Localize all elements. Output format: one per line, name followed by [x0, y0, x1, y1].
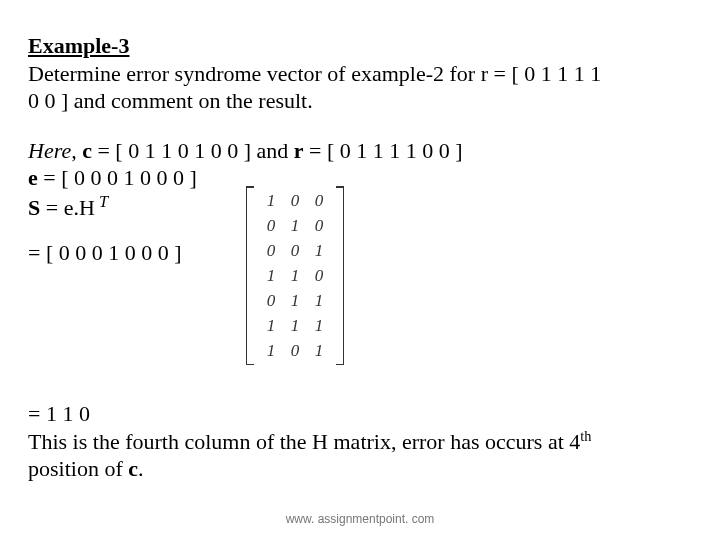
matrix-cell: 0: [259, 238, 283, 263]
matrix-cell: 1: [307, 313, 331, 338]
conclusion-text-2a: position of: [28, 456, 128, 481]
matrix-cell: 0: [307, 188, 331, 213]
matrix-cell: 1: [283, 213, 307, 238]
S-eq: = e.H: [40, 195, 95, 220]
c-value: = [ 0 1 1 0 1 0 0 ]: [92, 138, 251, 163]
e-times-Ht-row: = [ 0 0 0 1 0 0 0 ]: [28, 239, 692, 267]
conclusion-line-1: This is the fourth column of the H matri…: [28, 428, 591, 456]
matrix-cell: 1: [307, 238, 331, 263]
matrix-right-bracket: [335, 186, 344, 365]
conclusion-c: c: [128, 456, 138, 481]
matrix-cell: 1: [259, 313, 283, 338]
S-superscript: T: [95, 192, 108, 211]
here-prefix: Here,: [28, 138, 82, 163]
e-label: e: [28, 165, 38, 190]
e-value: = [ 0 0 0 1 0 0 0 ]: [38, 165, 197, 190]
matrix-cell: 1: [307, 338, 331, 363]
matrix-cell: 0: [259, 213, 283, 238]
conclusion-period: .: [138, 456, 144, 481]
matrix-cell: 0: [259, 288, 283, 313]
matrix-cell: 1: [307, 288, 331, 313]
matrix-cell: 1: [259, 263, 283, 288]
matrix-cell: 1: [283, 313, 307, 338]
conclusion-text-1: This is the fourth column of the H matri…: [28, 429, 580, 454]
matrix-cell: 0: [283, 338, 307, 363]
matrix-cell: 1: [283, 288, 307, 313]
matrix-cell: 0: [307, 263, 331, 288]
footer-url: www. assignmentpoint. com: [0, 512, 720, 526]
r-label: r: [294, 138, 304, 163]
matrix-cell: 1: [259, 188, 283, 213]
conclusion-line-2: position of c.: [28, 455, 591, 483]
result-line: = 1 1 0: [28, 400, 591, 428]
example-title: Example-3: [28, 32, 692, 60]
ordinal-suffix: th: [580, 428, 591, 444]
slide: Example-3 Determine error syndrome vecto…: [0, 0, 720, 540]
prompt-line-1: Determine error syndrome vector of examp…: [28, 60, 692, 88]
c-label: c: [82, 138, 92, 163]
matrix-cell: 0: [283, 188, 307, 213]
matrix-cell: 0: [283, 238, 307, 263]
S-label: S: [28, 195, 40, 220]
here-line: Here, c = [ 0 1 1 0 1 0 0 ] and r = [ 0 …: [28, 137, 692, 165]
s-line: S = e.H T: [28, 192, 692, 222]
r-value: = [ 0 1 1 1 1 0 0 ]: [304, 138, 463, 163]
H-transpose-matrix: 100010001110011111101: [246, 186, 344, 365]
matrix-cell: 0: [307, 213, 331, 238]
matrix-cell: 1: [283, 263, 307, 288]
matrix-left-bracket: [246, 186, 255, 365]
matrix-cell: 1: [259, 338, 283, 363]
conclusion-block: = 1 1 0 This is the fourth column of the…: [28, 400, 591, 483]
e-row-values: = [ 0 0 0 1 0 0 0 ]: [28, 239, 182, 267]
prompt-line-2: 0 0 ] and comment on the result.: [28, 87, 692, 115]
and-text: and: [251, 138, 294, 163]
matrix-grid: 100010001110011111101: [255, 186, 335, 365]
e-line: e = [ 0 0 0 1 0 0 0 ]: [28, 164, 692, 192]
